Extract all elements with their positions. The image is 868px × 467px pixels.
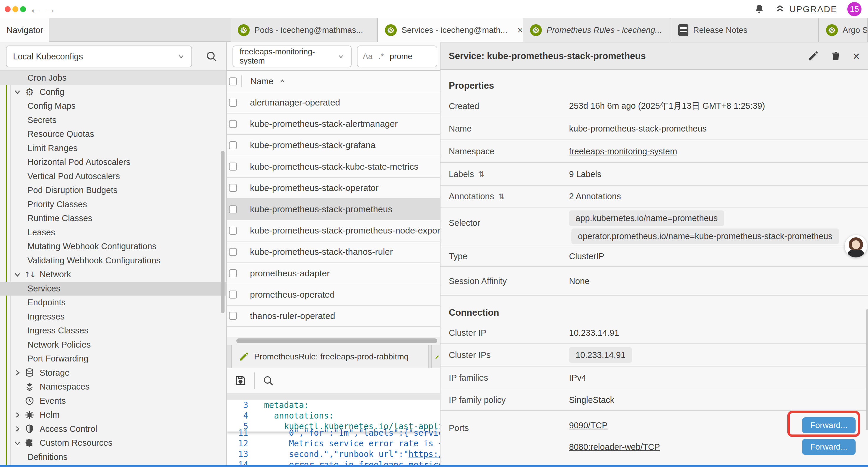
back-arrow-icon[interactable]: ← (30, 3, 41, 15)
user-avatar[interactable] (845, 235, 867, 258)
row-checkbox[interactable] (229, 99, 237, 107)
close-icon[interactable]: × (853, 51, 860, 61)
row-checkbox[interactable] (229, 291, 237, 298)
regex-toggle[interactable]: .* (378, 52, 384, 61)
sidebar-item-ingresses[interactable]: Ingresses (0, 310, 226, 324)
sidebar-item-port-forwarding[interactable]: Port Forwarding (0, 352, 226, 366)
tab-release[interactable]: Release Notes (671, 18, 819, 42)
table-row[interactable]: alertmanager-operated (227, 92, 440, 114)
table-row[interactable]: prometheus-operated (227, 284, 440, 305)
kubeconfig-selector[interactable]: Local Kubeconfigs (6, 46, 192, 67)
edit-icon[interactable] (807, 51, 819, 62)
row-checkbox[interactable] (229, 120, 237, 128)
sidebar-item-network-policies[interactable]: Network Policies (0, 338, 226, 352)
name-column-header[interactable]: Name (251, 77, 273, 86)
scrollbar-thumb[interactable] (236, 339, 437, 343)
table-row[interactable]: prometheus-adapter (227, 263, 440, 284)
detail-panel-scrollbar[interactable] (866, 309, 868, 430)
sidebar-item-mutating-webhook-configurations[interactable]: Mutating Webhook Configurations (0, 239, 226, 254)
table-row[interactable]: kube-prometheus-stack-prometheus (227, 199, 440, 220)
sidebar-item-endpoints[interactable]: Endpoints (0, 296, 226, 310)
sidebar-item-resource-quotas[interactable]: Resource Quotas (0, 127, 226, 141)
table-row[interactable]: kube-prometheus-stack-thanos-ruler (227, 241, 440, 263)
sidebar-item-config[interactable]: ⚙Config (0, 85, 226, 99)
yaml-editor[interactable]: 3 metadata:4 annotations:5 kubectl.kuber… (227, 400, 440, 465)
sidebar-item-vertical-pod-autoscalers[interactable]: Vertical Pod Autoscalers (0, 169, 226, 183)
sidebar-item-definitions[interactable]: Definitions (0, 450, 226, 464)
forward-arrow-icon[interactable]: → (44, 3, 56, 15)
row-checkbox[interactable] (229, 184, 237, 192)
sort-ascending-icon (279, 78, 286, 85)
sidebar-item-network[interactable]: ↑↓Network (0, 267, 226, 282)
sidebar-item-limit-ranges[interactable]: Limit Ranges (0, 141, 226, 155)
maximize-window-button[interactable] (20, 6, 26, 12)
sidebar-item-access-control[interactable]: Access Control (0, 422, 226, 436)
table-row[interactable]: kube-prometheus-stack-prometheus-node-ex… (227, 220, 440, 241)
tab-services[interactable]: ☸Services - icecheng@math...× (378, 18, 523, 42)
notifications-bell-icon[interactable] (754, 4, 765, 15)
row-checkbox[interactable] (229, 141, 237, 149)
sidebar-item-storage[interactable]: Storage (0, 366, 226, 380)
select-all-checkbox[interactable] (229, 78, 237, 85)
table-horizontal-scrollbar[interactable] (227, 337, 440, 345)
field-value-namespace[interactable]: freeleaps-monitoring-system (569, 146, 677, 156)
tab-argo[interactable]: ☸Argo Se (819, 18, 868, 42)
editor-tab-partial[interactable] (431, 345, 440, 368)
port-link[interactable]: 9090/TCP (569, 420, 608, 430)
sidebar-item-ingress-classes[interactable]: Ingress Classes (0, 324, 226, 338)
chevron-right-icon[interactable] (13, 411, 23, 419)
sidebar-item-custom-resources[interactable]: Custom Resources (0, 436, 226, 450)
row-checkbox[interactable] (229, 248, 237, 256)
table-row[interactable]: kube-prometheus-stack-operator (227, 178, 440, 199)
sidebar-item-namespaces[interactable]: Namespaces (0, 380, 226, 394)
save-icon[interactable] (235, 375, 246, 387)
sidebar-item-services[interactable]: Services (0, 282, 226, 296)
sidebar-item-horizontal-pod-autoscalers[interactable]: Horizontal Pod Autoscalers (0, 155, 226, 169)
tab-pods[interactable]: ☸Pods - icecheng@mathmas... (231, 18, 378, 42)
chevron-down-icon[interactable] (13, 270, 23, 279)
row-checkbox[interactable] (229, 205, 237, 213)
sidebar-scrollbar[interactable] (221, 151, 224, 313)
editor-search-icon[interactable] (262, 375, 274, 387)
row-checkbox[interactable] (229, 312, 237, 320)
delete-trash-icon[interactable] (831, 51, 841, 62)
upgrade-button[interactable]: UPGRADE (775, 4, 837, 14)
minimize-window-button[interactable] (12, 6, 18, 12)
sidebar-search-icon[interactable] (205, 50, 218, 63)
sort-toggle-icon[interactable]: ⇅ (478, 170, 485, 178)
sidebar-item-secrets[interactable]: Secrets (0, 113, 226, 127)
search-input[interactable]: Aa .* prome (357, 46, 437, 67)
sidebar-item-config-maps[interactable]: Config Maps (0, 99, 226, 113)
chevron-right-icon[interactable] (13, 425, 23, 433)
tab-close-icon[interactable]: × (517, 25, 523, 36)
table-row[interactable]: kube-prometheus-stack-alertmanager (227, 114, 440, 135)
table-row[interactable]: thanos-ruler-operated (227, 305, 440, 327)
close-window-button[interactable] (5, 6, 11, 12)
table-header[interactable]: Name (227, 71, 440, 92)
sidebar-item-validating-webhook-configurations[interactable]: Validating Webhook Configurations (0, 254, 226, 268)
navigator-panel-tab[interactable]: Navigator (0, 18, 49, 42)
match-case-toggle[interactable]: Aa (363, 52, 373, 61)
table-row[interactable]: kube-prometheus-stack-kube-state-metrics (227, 156, 440, 178)
tab-prometheus[interactable]: ☸Prometheus Rules - icecheng... (523, 18, 671, 42)
chevron-right-icon[interactable] (13, 368, 23, 377)
sidebar-item-runtime-classes[interactable]: Runtime Classes (0, 211, 226, 226)
editor-tab-prometheusrule[interactable]: PrometheusRule: freeleaps-prod-rabbitmq (231, 345, 429, 368)
notification-count-badge[interactable]: 15 (847, 2, 862, 16)
sort-toggle-icon[interactable]: ⇅ (498, 192, 505, 201)
sidebar-item-leases[interactable]: Leases (0, 226, 226, 240)
row-checkbox[interactable] (229, 163, 237, 171)
table-row[interactable]: kube-prometheus-stack-grafana (227, 135, 440, 156)
namespace-filter-dropdown[interactable]: freeleaps-monitoring-system (232, 46, 351, 67)
row-checkbox[interactable] (229, 269, 237, 277)
sidebar-item-cron-jobs[interactable]: Cron Jobs (0, 71, 226, 85)
forward-button[interactable]: Forward... (802, 439, 856, 455)
sidebar-item-events[interactable]: Events (0, 394, 226, 408)
sidebar-item-helm[interactable]: Helm (0, 408, 226, 422)
chevron-down-icon[interactable] (13, 87, 23, 96)
row-checkbox[interactable] (229, 227, 237, 235)
sidebar-item-priority-classes[interactable]: Priority Classes (0, 198, 226, 212)
sidebar-item-pod-disruption-budgets[interactable]: Pod Disruption Budgets (0, 183, 226, 198)
port-link[interactable]: 8080:reloader-web/TCP (569, 442, 660, 452)
chevron-down-icon[interactable] (13, 439, 23, 447)
